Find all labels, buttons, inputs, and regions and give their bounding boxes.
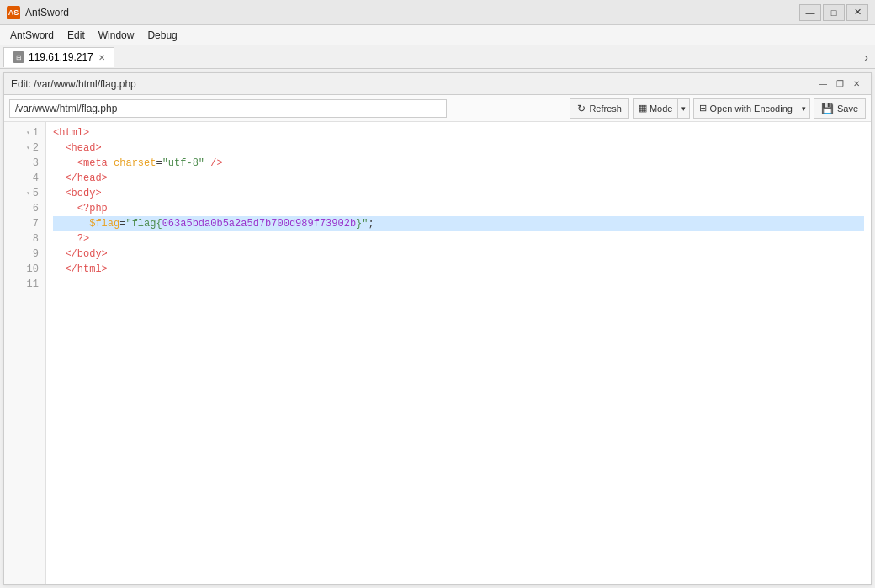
code-line-3: <meta charset="utf-8" /> <box>53 156 864 171</box>
refresh-label: Refresh <box>589 103 622 114</box>
open-encoding-main-button[interactable]: ⊞ Open with Encoding <box>693 98 797 119</box>
menu-debug[interactable]: Debug <box>141 25 183 45</box>
menu-bar: AntSword Edit Window Debug <box>0 25 875 45</box>
maximize-button[interactable]: □ <box>823 4 845 21</box>
menu-window[interactable]: Window <box>92 25 141 45</box>
code-area: ▾ 1 ▾ 2 3 4 ▾ 5 6 <box>4 122 871 584</box>
save-label: Save <box>837 103 858 114</box>
tab-nav-right[interactable]: › <box>861 50 872 64</box>
code-line-1: <html> <box>53 125 864 140</box>
code-line-6: <?php <box>53 201 864 216</box>
line-number-7: 7 <box>4 216 45 231</box>
tab-bar: ⊞ 119.61.19.217 ✕ › <box>0 45 875 69</box>
open-encoding-icon: ⊞ <box>699 103 707 114</box>
line-number-6: 6 <box>4 201 45 216</box>
editor-title-text: Edit: /var/www/html/flag.php <box>11 78 815 90</box>
app-title: AntSword <box>25 7 799 19</box>
line-number-3: 3 <box>4 156 45 171</box>
menu-antsword[interactable]: AntSword <box>3 25 61 45</box>
fold-arrow-5[interactable]: ▾ <box>26 186 30 201</box>
line-numbers: ▾ 1 ▾ 2 3 4 ▾ 5 6 <box>4 122 46 584</box>
line-number-10: 10 <box>4 262 45 277</box>
fold-arrow-1[interactable]: ▾ <box>26 125 30 140</box>
editor-minimize-button[interactable]: — <box>815 77 830 91</box>
mode-button-group: ▦ Mode ▾ <box>633 98 691 119</box>
menu-edit[interactable]: Edit <box>61 25 92 45</box>
line-number-4: 4 <box>4 171 45 186</box>
tab-close-button[interactable]: ✕ <box>98 53 105 62</box>
mode-label: Mode <box>650 103 673 114</box>
editor-title-controls: — ❐ ✕ <box>815 77 864 91</box>
open-encoding-button-group: ⊞ Open with Encoding ▾ <box>693 98 809 119</box>
code-line-10: </html> <box>53 262 864 277</box>
mode-main-button[interactable]: ▦ Mode <box>633 98 678 119</box>
save-button[interactable]: 💾 Save <box>814 98 866 119</box>
title-bar: AS AntSword — □ ✕ <box>0 0 875 25</box>
refresh-button[interactable]: ↻ Refresh <box>570 98 629 119</box>
code-line-2: <head> <box>53 140 864 156</box>
tab-icon: ⊞ <box>13 51 24 63</box>
line-number-9: 9 <box>4 246 45 262</box>
code-content[interactable]: <html> <head> <meta charset="utf-8" /> <… <box>46 122 871 584</box>
editor-close-button[interactable]: ✕ <box>849 77 864 91</box>
tab-ip[interactable]: ⊞ 119.61.19.217 ✕ <box>3 47 114 67</box>
app-icon: AS <box>7 6 20 19</box>
path-input[interactable] <box>9 99 447 118</box>
line-number-5: ▾ 5 <box>4 186 45 201</box>
mode-arrow-button[interactable]: ▾ <box>677 98 690 119</box>
line-number-1: ▾ 1 <box>4 125 45 140</box>
tab-label: 119.61.19.217 <box>29 51 93 63</box>
editor-toolbar: ↻ Refresh ▦ Mode ▾ ⊞ Open with Encoding … <box>4 95 871 122</box>
editor-restore-button[interactable]: ❐ <box>832 77 847 91</box>
code-line-9: </body> <box>53 246 864 262</box>
close-button[interactable]: ✕ <box>846 4 868 21</box>
code-line-11 <box>53 277 864 292</box>
minimize-button[interactable]: — <box>799 4 821 21</box>
line-number-2: ▾ 2 <box>4 140 45 156</box>
window-controls: — □ ✕ <box>799 4 868 21</box>
fold-arrow-2[interactable]: ▾ <box>26 140 30 156</box>
open-encoding-label: Open with Encoding <box>709 103 792 114</box>
editor-title-bar: Edit: /var/www/html/flag.php — ❐ ✕ <box>4 73 871 95</box>
code-line-8: ?> <box>53 231 864 246</box>
code-line-5: <body> <box>53 186 864 201</box>
editor-panel: Edit: /var/www/html/flag.php — ❐ ✕ ↻ Ref… <box>3 72 872 585</box>
code-line-4: </head> <box>53 171 864 186</box>
save-icon: 💾 <box>821 103 834 114</box>
code-line-7: $flag="flag{063a5bda0b5a2a5d7b700d989f73… <box>53 216 864 231</box>
line-number-11: 11 <box>4 277 45 292</box>
mode-icon: ▦ <box>639 103 647 114</box>
open-encoding-arrow-button[interactable]: ▾ <box>798 98 810 119</box>
refresh-icon: ↻ <box>577 103 586 114</box>
line-number-8: 8 <box>4 231 45 246</box>
